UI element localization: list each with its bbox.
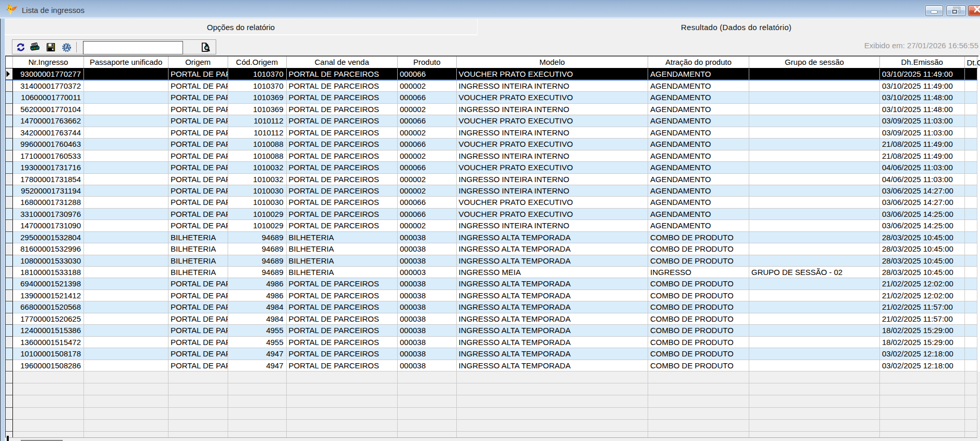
svg-text:IA: IA — [64, 45, 69, 50]
